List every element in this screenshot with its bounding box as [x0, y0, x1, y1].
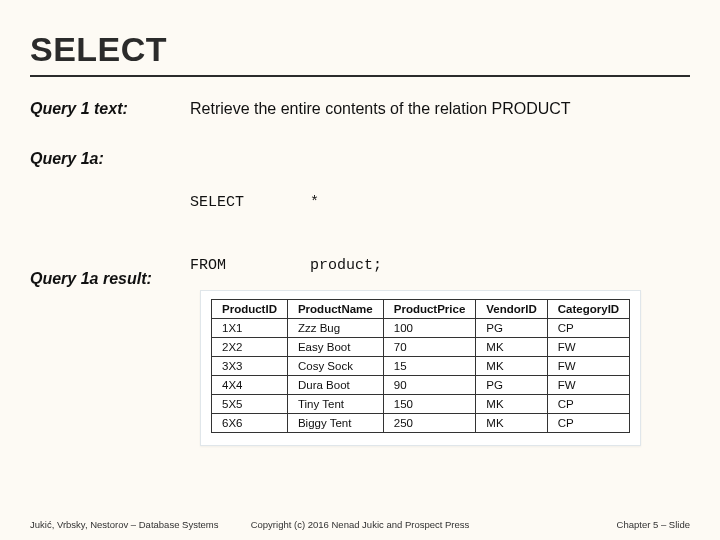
result-table-container: ProductID ProductName ProductPrice Vendo…	[200, 290, 641, 446]
table-row: 2X2 Easy Boot 70 MK FW	[212, 338, 630, 357]
table-row: 3X3 Cosy Sock 15 MK FW	[212, 357, 630, 376]
col-productprice: ProductPrice	[383, 300, 476, 319]
footer-center: Copyright (c) 2016 Nenad Jukic and Prosp…	[251, 519, 470, 530]
col-productname: ProductName	[287, 300, 383, 319]
table-header-row: ProductID ProductName ProductPrice Vendo…	[212, 300, 630, 319]
query1a-result-row: Query 1a result:	[30, 270, 690, 288]
table-row: 4X4 Dura Boot 90 PG FW	[212, 376, 630, 395]
query1-text-label: Query 1 text:	[30, 100, 190, 118]
query1-text-row: Query 1 text: Retrieve the entire conten…	[30, 100, 690, 118]
query1-text-description: Retrieve the entire contents of the rela…	[190, 100, 690, 118]
table-row: 1X1 Zzz Bug 100 PG CP	[212, 319, 630, 338]
query1a-result-label: Query 1a result:	[30, 270, 190, 288]
code-line-select: SELECT*	[190, 192, 690, 213]
page-title: SELECT	[30, 30, 690, 77]
table-row: 6X6 Biggy Tent 250 MK CP	[212, 414, 630, 433]
code-select-keyword: SELECT	[190, 192, 310, 213]
code-select-arg: *	[310, 194, 319, 211]
table-row: 5X5 Tiny Tent 150 MK CP	[212, 395, 630, 414]
footer-right: Chapter 5 – Slide	[617, 519, 690, 530]
slide: SELECT Query 1 text: Retrieve the entire…	[0, 0, 720, 540]
col-categoryid: CategoryID	[547, 300, 629, 319]
query1a-label: Query 1a:	[30, 150, 190, 168]
result-table: ProductID ProductName ProductPrice Vendo…	[211, 299, 630, 433]
footer: Jukić, Vrbsky, Nestorov – Database Syste…	[30, 519, 690, 530]
footer-left: Jukić, Vrbsky, Nestorov – Database Syste…	[30, 519, 218, 530]
col-vendorid: VendorID	[476, 300, 547, 319]
col-productid: ProductID	[212, 300, 288, 319]
